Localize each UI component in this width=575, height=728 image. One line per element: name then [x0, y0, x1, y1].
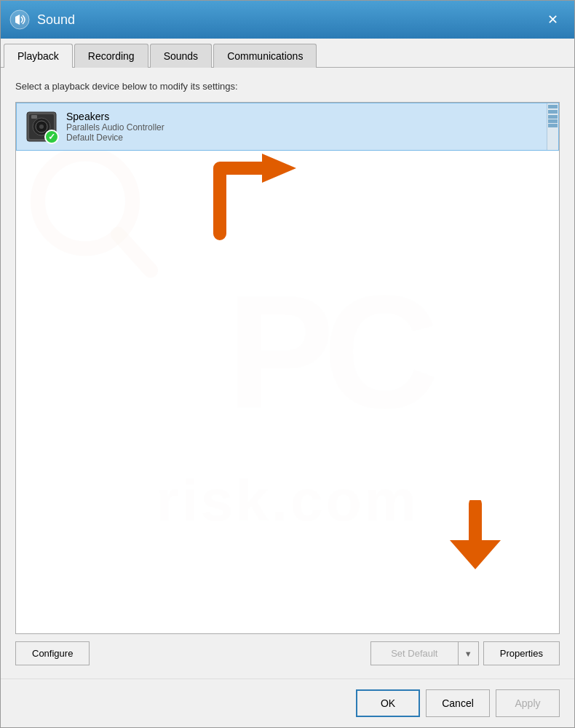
tab-playback[interactable]: Playback	[4, 44, 73, 68]
device-list: ✓ Speakers Parallels Audio Controller De…	[16, 103, 559, 633]
device-buttons: Configure Set Default ▼ Properties	[15, 641, 560, 665]
item-scrollbar	[547, 103, 558, 150]
properties-button[interactable]: Properties	[483, 641, 560, 665]
svg-rect-10	[31, 115, 37, 119]
sound-icon	[9, 9, 30, 30]
set-default-dropdown-button[interactable]: ▼	[458, 641, 479, 665]
device-controller: Parallels Audio Controller	[66, 122, 550, 132]
cancel-button[interactable]: Cancel	[426, 689, 490, 717]
svg-rect-2	[15, 17, 20, 23]
arrow-up-right-indicator	[183, 146, 314, 243]
dialog-footer: OK Cancel Apply	[1, 678, 574, 727]
sound-dialog: Sound ✕ Playback Recording Sounds Commun…	[0, 0, 575, 728]
svg-marker-12	[262, 154, 296, 183]
tab-sounds[interactable]: Sounds	[150, 44, 212, 68]
ok-button[interactable]: OK	[356, 689, 420, 717]
svg-marker-13	[450, 540, 501, 569]
device-icon: ✓	[25, 111, 58, 143]
tab-bar: Playback Recording Sounds Communications	[1, 39, 574, 68]
device-name: Speakers	[66, 111, 550, 122]
instruction-text: Select a playback device below to modify…	[15, 81, 560, 92]
device-status: Default Device	[66, 132, 550, 143]
title-bar: Sound ✕	[1, 1, 574, 39]
device-item[interactable]: ✓ Speakers Parallels Audio Controller De…	[16, 103, 559, 151]
set-default-group: Set Default ▼	[370, 641, 479, 665]
set-default-button[interactable]: Set Default	[370, 641, 458, 665]
arrow-down-indicator	[443, 500, 508, 575]
svg-point-9	[39, 124, 44, 129]
device-info: Speakers Parallels Audio Controller Defa…	[66, 111, 550, 143]
dialog-title: Sound	[37, 12, 539, 28]
tab-recording[interactable]: Recording	[74, 44, 148, 68]
tab-communications[interactable]: Communications	[213, 44, 317, 68]
apply-button[interactable]: Apply	[496, 689, 560, 717]
default-check-icon: ✓	[44, 130, 59, 144]
configure-button[interactable]: Configure	[15, 641, 90, 665]
close-button[interactable]: ✕	[539, 7, 566, 33]
main-content: Select a playback device below to modify…	[1, 68, 574, 678]
device-list-container: PC risk.com	[15, 102, 560, 634]
